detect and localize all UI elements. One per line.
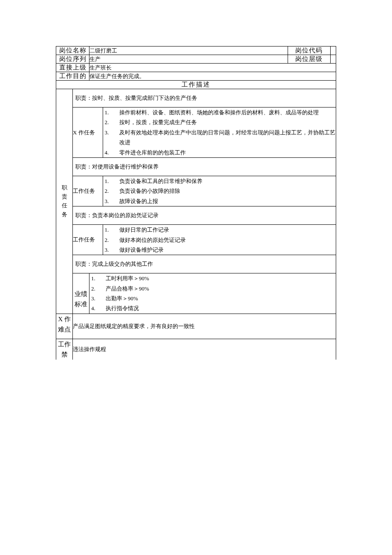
purpose-value: 保证生产任务的完成。	[89, 72, 336, 81]
item-text: 做好设备维护记录	[119, 245, 164, 255]
list-item: 3.出勤率＞90%	[91, 293, 336, 303]
duty3-task-body: 1.做好日常的工作记录 2.做好本岗位的原始凭证记录 3.做好设备维护记录	[103, 225, 336, 255]
duty3-task-label: 工作任务	[73, 225, 103, 255]
list-item: 2.按时，按质，按量完成生产任务	[105, 117, 336, 127]
row-duty3-tasks: 工作任务 1.做好日常的工作记录 2.做好本岗位的原始凭证记录 3.做好设备维护…	[56, 225, 336, 255]
list-item: 3.故障设备的上报	[105, 196, 336, 206]
item-text: 执行指令情况	[106, 303, 139, 313]
list-item: 1.做好日常的工作记录	[105, 225, 336, 235]
pos-name-value: 二级打磨工	[89, 46, 288, 55]
list-item: 2.负责设备的小故障的排除	[105, 186, 336, 196]
difficulty-text: 产品满足图纸规定的精度要求，并有良好的一致性	[73, 314, 336, 339]
row-duty1-title: 职 责 任 务 职责：按时、按质、按量完成部门下达的生产任务	[56, 89, 336, 108]
list-item: 2.产品合格率＞90%	[91, 284, 336, 293]
item-text: 操作前材料、设备、图纸资料、场她的准备和操作后的材料、废料、成品等的处理	[119, 108, 319, 117]
item-text: 工时利用率＞90%	[106, 273, 149, 283]
perf-body: 1.工时利用率＞90% 2.产品合格率＞90% 3.出勤率＞90% 4.执行指令…	[89, 273, 336, 314]
duty4-title: 职责：完成上级交办的其他工作	[73, 255, 336, 273]
job-description-table: 岗位名称 二级打磨工 岗位代码 岗位序列 生产 岗位层级 直接上级 生产班长 工…	[56, 46, 336, 360]
forbidden-text: 违法操作规程	[73, 339, 336, 360]
row-duty2-tasks: 工作任务 1.负责设备和工具的日常维护和保养 2.负责设备的小故障的排除 3.故…	[56, 176, 336, 206]
list-item: 4.零件进仓库前的的包装工作	[105, 148, 336, 157]
list-item: 1.工时利用率＞90%	[91, 273, 336, 283]
pos-name-label: 岗位名称	[56, 46, 89, 55]
duty3-title: 职责：负责本岗位的原始凭证记录	[73, 206, 336, 225]
duties-side-label: 职 责 任 务	[56, 89, 73, 314]
duty2-task-label: 工作任务	[73, 176, 103, 206]
list-item: 1.负责设备和工具的日常维护和保养	[105, 176, 336, 186]
list-item: 4.执行指令情况	[91, 303, 336, 313]
duty3-list: 1.做好日常的工作记录 2.做好本岗位的原始凭证记录 3.做好设备维护记录	[103, 225, 336, 255]
duty2-title: 职责：对使用设备进行维护和保养	[73, 157, 336, 176]
difficulty-label: X 作难点	[56, 314, 73, 339]
duty1-title: 职责：按时、按质、按量完成部门下达的生产任务	[73, 89, 336, 108]
item-text: 及时有效地处理本岗位生产中出现的日常问题，对经常出现的问题上报工艺，并协助工艺改…	[119, 128, 336, 148]
duty1-list: 1.操作前材料、设备、图纸资料、场她的准备和操作后的材料、废料、成品等的处理 2…	[103, 108, 336, 157]
list-item: 1.操作前材料、设备、图纸资料、场她的准备和操作后的材料、废料、成品等的处理	[105, 108, 336, 117]
row-difficulty: X 作难点 产品满足图纸规定的精度要求，并有良好的一致性	[56, 314, 336, 339]
forbidden-label: 工作禁	[56, 339, 73, 360]
pos-code-value	[330, 46, 336, 55]
purpose-label: 工作目的	[56, 72, 89, 81]
pos-series-label: 岗位序列	[56, 55, 89, 64]
duty1-task-body: 1.操作前材料、设备、图纸资料、场她的准备和操作后的材料、废料、成品等的处理 2…	[103, 108, 336, 158]
item-text: 负责设备的小故障的排除	[119, 186, 180, 196]
row-desc-title: 工作描述	[56, 81, 336, 89]
perf-label: 业绩标准	[73, 273, 89, 314]
item-text: 产品合格率＞90%	[106, 284, 149, 293]
row-duty4-title: 职责：完成上级交办的其他工作	[56, 255, 336, 273]
pos-level-label: 岗位层级	[288, 55, 330, 64]
duty1-task-label: X 作任务	[73, 108, 103, 158]
row-forbidden: 工作禁 违法操作规程	[56, 339, 336, 360]
list-item: 3.做好设备维护记录	[105, 245, 336, 255]
item-text: 出勤率＞90%	[106, 293, 138, 303]
item-text: 零件进仓库前的的包装工作	[119, 148, 186, 157]
duty2-list: 1.负责设备和工具的日常维护和保养 2.负责设备的小故障的排除 3.故障设备的上…	[103, 176, 336, 206]
row-duty2-title: 职责：对使用设备进行维护和保养	[56, 157, 336, 176]
item-text: 做好本岗位的原始凭证记录	[119, 235, 186, 245]
desc-title: 工作描述	[56, 81, 336, 89]
perf-list: 1.工时利用率＞90% 2.产品合格率＞90% 3.出勤率＞90% 4.执行指令…	[89, 273, 336, 314]
supervisor-value: 生产班长	[89, 64, 336, 72]
row-pos-series: 岗位序列 生产 岗位层级	[56, 55, 336, 64]
row-duty1-tasks: X 作任务 1.操作前材料、设备、图纸资料、场她的准备和操作后的材料、废料、成品…	[56, 108, 336, 158]
list-item: 2.做好本岗位的原始凭证记录	[105, 235, 336, 245]
item-text: 负责设备和工具的日常维护和保养	[119, 176, 202, 186]
item-text: 故障设备的上报	[119, 196, 158, 206]
row-pos-name: 岗位名称 二级打磨工 岗位代码	[56, 46, 336, 55]
pos-series-value: 生产	[89, 55, 288, 64]
duty2-task-body: 1.负责设备和工具的日常维护和保养 2.负责设备的小故障的排除 3.故障设备的上…	[103, 176, 336, 206]
row-supervisor: 直接上级 生产班长	[56, 64, 336, 72]
pos-level-value	[330, 55, 336, 64]
item-text: 做好日常的工作记录	[119, 225, 169, 235]
item-text: 按时，按质，按量完成生产任务	[119, 117, 197, 127]
row-perf: 业绩标准 1.工时利用率＞90% 2.产品合格率＞90% 3.出勤率＞90% 4…	[56, 273, 336, 314]
supervisor-label: 直接上级	[56, 64, 89, 72]
list-item: 3.及时有效地处理本岗位生产中出现的日常问题，对经常出现的问题上报工艺，并协助工…	[105, 128, 336, 148]
pos-code-label: 岗位代码	[288, 46, 330, 55]
row-duty3-title: 职责：负责本岗位的原始凭证记录	[56, 206, 336, 225]
row-purpose: 工作目的 保证生产任务的完成。	[56, 72, 336, 81]
